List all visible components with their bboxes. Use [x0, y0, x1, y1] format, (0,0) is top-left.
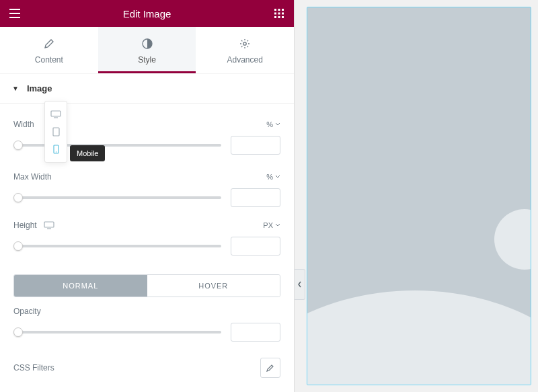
chevron-down-icon	[275, 174, 280, 180]
svg-rect-6	[274, 16, 276, 18]
tab-label: Content	[0, 55, 98, 65]
svg-rect-12	[53, 128, 59, 136]
cssfilters-row: CSS Filters	[13, 358, 280, 378]
state-toggle: NORMAL HOVER	[13, 274, 280, 297]
svg-rect-11	[51, 111, 61, 116]
contrast-icon	[98, 36, 196, 51]
cssfilters-edit-button[interactable]	[260, 358, 280, 378]
opacity-label: Opacity	[13, 307, 41, 316]
device-desktop-option[interactable]	[45, 106, 67, 123]
height-slider[interactable]	[13, 239, 221, 253]
height-label: Height	[13, 221, 37, 230]
tooltip-mobile: Mobile	[70, 145, 105, 161]
height-row: Height PX	[13, 221, 280, 230]
cssfilters-label: CSS Filters	[13, 363, 54, 373]
height-unit-select[interactable]: PX	[263, 221, 280, 229]
width-unit-select[interactable]: %	[266, 120, 280, 128]
collapse-panel-button[interactable]	[295, 269, 305, 300]
device-mobile-option[interactable]	[45, 141, 67, 158]
gear-icon	[196, 36, 294, 51]
tab-content[interactable]: Content	[0, 27, 98, 73]
maxwidth-row: Max Width %	[13, 172, 280, 182]
tab-label: Style	[98, 55, 196, 65]
width-input[interactable]	[231, 136, 280, 155]
device-tablet-option[interactable]	[45, 123, 67, 141]
preview-canvas	[295, 0, 538, 392]
svg-point-10	[243, 42, 246, 45]
style-controls: Width % Mobile Max	[0, 104, 294, 387]
opacity-input[interactable]	[231, 323, 280, 342]
image-placeholder[interactable]	[307, 7, 531, 385]
placeholder-sun-shape	[494, 209, 531, 270]
maxwidth-label: Max Width	[13, 172, 52, 182]
svg-point-14	[55, 151, 56, 152]
opacity-slider[interactable]	[13, 325, 221, 339]
desktop-icon[interactable]	[44, 221, 54, 229]
section-title: Image	[27, 83, 52, 93]
tab-advanced[interactable]: Advanced	[196, 27, 294, 73]
tab-style[interactable]: Style	[98, 27, 196, 73]
placeholder-hill-shape	[307, 290, 531, 385]
maxwidth-slider[interactable]	[13, 191, 221, 204]
chevron-down-icon	[275, 223, 280, 228]
responsive-device-popover	[44, 101, 67, 163]
apps-grid-icon[interactable]	[272, 7, 286, 20]
caret-down-icon: ▼	[12, 85, 19, 92]
svg-rect-7	[278, 16, 280, 18]
toggle-normal[interactable]: NORMAL	[14, 275, 147, 297]
toggle-hover[interactable]: HOVER	[147, 275, 280, 297]
pencil-icon	[0, 36, 98, 51]
section-toggle-image[interactable]: ▼ Image	[0, 74, 294, 104]
svg-rect-4	[278, 13, 280, 15]
opacity-row: Opacity	[13, 307, 280, 316]
chevron-down-icon	[275, 122, 280, 127]
svg-rect-15	[44, 222, 54, 227]
hamburger-icon[interactable]	[8, 7, 22, 20]
width-label: Width	[13, 120, 34, 129]
height-input[interactable]	[231, 237, 280, 256]
panel-header: Edit Image	[0, 0, 294, 27]
svg-rect-1	[278, 9, 280, 11]
panel-title: Edit Image	[22, 8, 272, 19]
maxwidth-unit-select[interactable]: %	[266, 173, 280, 181]
tab-label: Advanced	[196, 55, 294, 65]
chevron-left-icon	[297, 281, 302, 288]
svg-rect-5	[282, 13, 284, 15]
maxwidth-input[interactable]	[231, 188, 280, 207]
tabs: Content Style Advanced	[0, 27, 294, 74]
pencil-icon	[266, 363, 275, 373]
svg-rect-8	[282, 16, 284, 18]
svg-rect-0	[274, 9, 276, 11]
svg-rect-3	[274, 13, 276, 15]
svg-rect-2	[282, 9, 284, 11]
